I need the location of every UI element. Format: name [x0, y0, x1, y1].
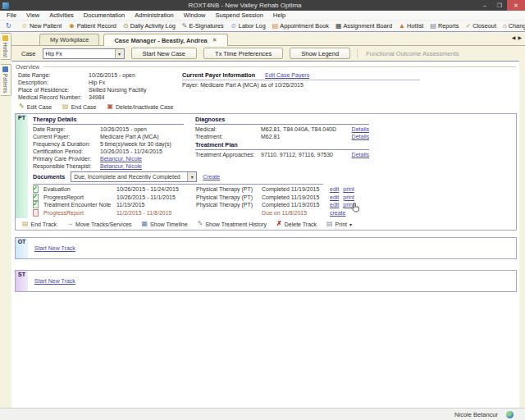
daily-activity-log-button[interactable]: ⊙Daily Activity Log [120, 22, 179, 30]
new-patient-icon: ☺ [21, 23, 28, 30]
document-status: Completed 11/19/2015 [262, 185, 330, 194]
case-bar: Case Hip Fx ▾ Start New Case Tx Time Pre… [11, 46, 525, 61]
labor-log-icon: ☺ [231, 23, 237, 30]
e-signatures-icon: ✎ [182, 23, 188, 30]
medical-details-link[interactable]: Details [352, 126, 369, 133]
document-status: Completed 11/19/2015 [262, 201, 330, 209]
document-dates: 10/26/2015 - 11/1/2015 [116, 194, 196, 202]
responsible-therapist-link[interactable]: Betancur, Nicole [100, 162, 142, 170]
edit-case-button[interactable]: ✎Edit Case [19, 103, 52, 110]
menu-item-administration[interactable]: Administration [130, 11, 179, 19]
document-row: ProgressReport 11/2/2015 - 11/8/2015 Due… [33, 209, 511, 217]
end-track-button[interactable]: ▤End Track [22, 221, 57, 227]
tx-time-preferences-button[interactable]: Tx Time Preferences [203, 48, 283, 59]
close-button[interactable]: ✕ [507, 0, 525, 11]
approaches-details-link[interactable]: Details [352, 151, 369, 158]
document-type: Physical Therapy (PT) [196, 201, 262, 209]
completed-document-icon [33, 201, 39, 208]
menu-item-help[interactable]: Help [268, 11, 290, 19]
workspace: My Workplace Case Manager - Beastly, And… [11, 32, 525, 408]
main-area: Hotlist Patients My Workplace Case Manag… [0, 32, 525, 408]
change-site-icon: ⌂ [503, 23, 507, 30]
overview-residence-value: Skilled Nursing Facility [89, 86, 146, 94]
appointment-book-button[interactable]: ▤Appointment Book [269, 22, 332, 30]
menu-item-window[interactable]: Window [179, 11, 211, 19]
document-dates: 11/2/2015 - 11/8/2015 [116, 209, 196, 217]
overview-date-range-value: 10/26/2015 - open [89, 71, 135, 79]
show-treatment-history-icon: ✎ [198, 221, 203, 227]
pt-frequency-value: 5 time(s)/week for 30 day(s) [100, 140, 171, 148]
create-document-link[interactable]: Create [203, 174, 220, 180]
treatment-details-link[interactable]: Details [352, 133, 369, 140]
reports-button[interactable]: ▤Reports [427, 22, 462, 30]
print-button[interactable]: ▤Print▾ [326, 221, 352, 227]
start-new-case-button[interactable]: Start New Case [131, 48, 198, 59]
due-document-icon [33, 209, 39, 217]
show-legend-button[interactable]: Show Legend [290, 48, 350, 59]
document-row: Evaluation 10/26/2015 - 11/24/2015 Physi… [33, 185, 511, 194]
hotlist-tab-icon [2, 35, 8, 41]
minimize-button[interactable]: – [477, 0, 492, 11]
document-row: ProgressReport 10/26/2015 - 11/1/2015 Ph… [33, 194, 511, 202]
diagnoses-header: Diagnoses [195, 116, 369, 125]
print-document-link[interactable]: print [343, 185, 354, 194]
case-actions: ✎Edit Case ▤End Case ▣Delete/Inactivate … [14, 101, 518, 112]
hotlist-button[interactable]: ▲Hotlist [395, 22, 427, 30]
closeout-button[interactable]: ✓Closeout [462, 22, 500, 30]
labor-log-button[interactable]: ☺Labor Log [227, 22, 269, 30]
refresh-button[interactable]: ↻ [2, 23, 15, 30]
logged-in-user: Nicole Betancur [454, 411, 498, 418]
e-signatures-button[interactable]: ✎E-Signatures [179, 22, 227, 30]
tab-close-icon[interactable]: ✕ [212, 37, 217, 43]
case-label: Case [21, 50, 36, 57]
reports-icon: ▤ [430, 23, 436, 30]
tab-scroll-left-icon[interactable]: ◀ [512, 34, 516, 40]
patient-record-button[interactable]: ☻Patient Record [65, 22, 120, 30]
maximize-button[interactable]: ❐ [492, 0, 507, 11]
chevron-down-icon: ▾ [187, 172, 196, 181]
ot-start-new-track-link[interactable]: Start New Track [34, 245, 75, 251]
edit-document-link[interactable]: edit [330, 194, 339, 202]
ot-track-label: OT [16, 238, 28, 258]
case-select[interactable]: Hip Fx ▾ [43, 48, 125, 59]
pt-track-panel: PT Therapy Details Date Range:10/26/2015… [15, 113, 517, 231]
menu-item-activities[interactable]: Activities [44, 11, 79, 19]
documents-label: Documents [33, 173, 65, 180]
patient-record-icon: ☻ [68, 23, 75, 30]
menu-item-file[interactable]: File [2, 11, 21, 19]
new-patient-button[interactable]: ☺New Patient [18, 22, 66, 30]
overview-mrn-label: Medical Record Number: [18, 94, 89, 101]
menu-item-suspend-session[interactable]: Suspend Session [210, 11, 267, 19]
menu-item-view[interactable]: View [21, 11, 44, 19]
refresh-icon: ↻ [6, 23, 11, 30]
treatment-plan-header: Treatment Plan [195, 141, 369, 150]
primary-care-provider-link[interactable]: Betancur, Nicole [100, 155, 142, 162]
edit-case-payers-link[interactable]: Edit Case Payers [265, 72, 309, 78]
case-manager-content: Overview Date Range:10/26/2015 - open De… [11, 61, 519, 408]
tab-scroll-right-icon[interactable]: ▶ [518, 34, 522, 40]
sidebar-tab-patients[interactable]: Patients [1, 64, 11, 96]
window-title: ROXT4NB - New Valley Rehab Optima [12, 2, 477, 9]
show-timeline-button[interactable]: ▦Show Timeline [142, 221, 188, 227]
show-treatment-history-button[interactable]: ✎Show Treatment History [198, 221, 267, 227]
st-start-new-track-link[interactable]: Start New Track [34, 278, 75, 284]
edit-document-link[interactable]: edit [330, 185, 339, 194]
change-site-button[interactable]: ⌂Change Site [500, 22, 525, 30]
assignment-board-button[interactable]: ▦Assignment Board [332, 22, 395, 30]
assignment-board-icon: ▦ [336, 23, 342, 30]
end-case-button[interactable]: ▤End Case [62, 103, 96, 110]
tab-my-workplace[interactable]: My Workplace [39, 34, 99, 45]
sidebar-tab-hotlist[interactable]: Hotlist [1, 33, 11, 60]
move-tracks-icon: → [66, 221, 73, 227]
edit-document-link[interactable]: edit [330, 201, 339, 209]
delete-inactivate-case-button[interactable]: ▣Delete/Inactivate Case [107, 103, 173, 110]
overview-group-label: Overview [14, 63, 518, 71]
menu-item-documentation[interactable]: Documentation [79, 11, 130, 19]
tab-case-manager[interactable]: Case Manager - Beastly, Andrea ✕ [103, 34, 227, 46]
documents-filter-select[interactable]: Due, Incomplete and Recently Completed ▾ [71, 171, 197, 182]
move-tracks-services-button[interactable]: →Move Tracks/Services [66, 221, 131, 227]
delete-track-button[interactable]: ✗Delete Track [276, 221, 317, 227]
edit-case-icon: ✎ [19, 103, 25, 110]
create-document-link[interactable]: create [330, 209, 345, 217]
print-document-link[interactable]: print [343, 194, 354, 202]
